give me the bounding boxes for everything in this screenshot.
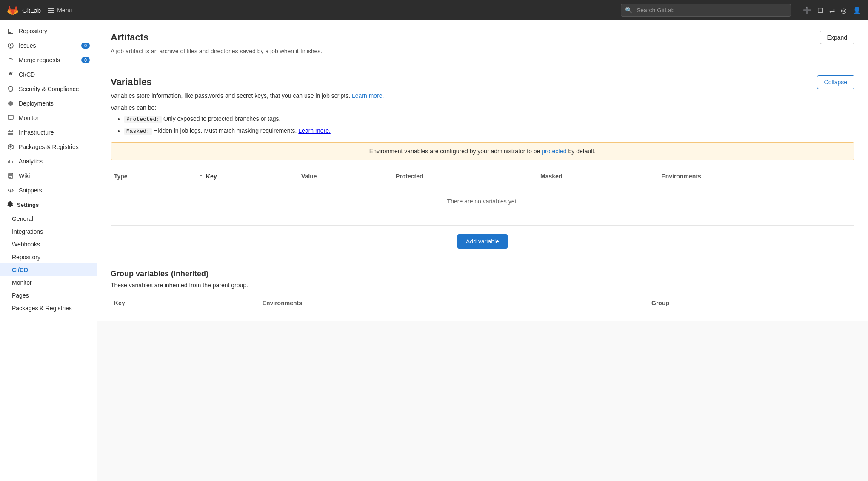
- navbar-brand[interactable]: GitLab: [7, 4, 41, 16]
- learn-more-link-1[interactable]: Learn more.: [352, 92, 384, 99]
- sidebar-sub-cicd[interactable]: CI/CD: [0, 263, 97, 276]
- profile-icon[interactable]: 👤: [853, 6, 861, 14]
- group-variables-section: Group variables (inherited) These variab…: [111, 259, 854, 311]
- group-variables-title: Group variables (inherited): [111, 269, 854, 278]
- sidebar-item-cicd[interactable]: CI/CD: [0, 67, 97, 82]
- svg-rect-1: [10, 44, 11, 46]
- sidebar-item-deployments[interactable]: Deployments: [0, 96, 97, 111]
- sidebar-item-repository[interactable]: Repository: [0, 24, 97, 38]
- svg-rect-3: [8, 115, 13, 119]
- issues-badge: 0: [81, 43, 90, 49]
- snippets-icon: [7, 186, 14, 194]
- sidebar-item-packages[interactable]: Packages & Registries: [0, 140, 97, 154]
- group-col-environments[interactable]: Environments: [259, 295, 648, 311]
- variables-can-be: Variables can be:: [111, 104, 854, 111]
- col-value[interactable]: Value: [298, 169, 392, 184]
- variables-title: Variables: [111, 77, 152, 88]
- masked-code: Masked:: [124, 128, 152, 135]
- sidebar-label-infrastructure: Infrastructure: [19, 129, 54, 136]
- sidebar-sub-webhooks[interactable]: Webhooks: [0, 238, 97, 251]
- main-content: Artifacts Expand A job artifact is an ar…: [97, 20, 868, 481]
- sidebar-label-cicd: CI/CD: [19, 71, 35, 78]
- deploy-icon: [7, 100, 14, 107]
- collapse-button[interactable]: Collapse: [817, 75, 854, 89]
- protected-code: Protected:: [124, 116, 162, 123]
- issues-icon: [7, 42, 14, 49]
- repo-icon: [7, 27, 14, 35]
- navbar-actions: ➕ ☐ ⇄ ◎ 👤: [803, 6, 861, 14]
- sidebar-label-snippets: Snippets: [19, 187, 42, 194]
- menu-button[interactable]: Menu: [48, 7, 72, 14]
- empty-variables-row: There are no variables yet.: [111, 184, 854, 219]
- artifacts-title: Artifacts: [111, 32, 148, 43]
- group-col-key[interactable]: Key: [111, 295, 259, 311]
- sidebar-label-monitor: Monitor: [19, 115, 39, 121]
- col-environments[interactable]: Environments: [658, 169, 854, 184]
- col-key[interactable]: ↑ Key: [196, 169, 298, 184]
- sidebar-item-monitor[interactable]: Monitor: [0, 111, 97, 125]
- sidebar-label-security: Security & Compliance: [19, 86, 79, 92]
- sidebar-item-wiki[interactable]: Wiki: [0, 169, 97, 183]
- col-protected[interactable]: Protected: [392, 169, 537, 184]
- sidebar-item-security[interactable]: Security & Compliance: [0, 82, 97, 96]
- sidebar-item-infrastructure[interactable]: Infrastructure: [0, 125, 97, 140]
- sidebar-label-packages: Packages & Registries: [19, 143, 79, 150]
- sidebar-sub-repository[interactable]: Repository: [0, 251, 97, 263]
- group-col-group[interactable]: Group: [648, 295, 854, 311]
- search-bar[interactable]: 🔍: [621, 4, 791, 17]
- protected-link[interactable]: protected: [542, 148, 566, 155]
- col-masked[interactable]: Masked: [537, 169, 658, 184]
- todo-icon[interactable]: ☐: [817, 6, 823, 14]
- sidebar-sub-monitor[interactable]: Monitor: [0, 276, 97, 289]
- merge-request-icon[interactable]: ⇄: [829, 6, 835, 14]
- settings-icon: [7, 201, 14, 209]
- sidebar-sub-pages[interactable]: Pages: [0, 289, 97, 302]
- sidebar-label-issues: Issues: [19, 42, 36, 49]
- sidebar-label-deployments: Deployments: [19, 100, 54, 107]
- empty-message: There are no variables yet.: [111, 184, 854, 219]
- sidebar-sub-general[interactable]: General: [0, 212, 97, 225]
- expand-button[interactable]: Expand: [820, 31, 854, 44]
- sidebar-label-merge-requests: Merge requests: [19, 57, 60, 63]
- warning-text-after: by default.: [568, 148, 596, 155]
- settings-label: Settings: [17, 202, 39, 208]
- add-variable-container: Add variable: [111, 225, 854, 249]
- sidebar-item-settings[interactable]: Settings: [0, 198, 97, 212]
- sidebar-item-snippets[interactable]: Snippets: [0, 183, 97, 198]
- bullet-protected: Protected: Only exposed to protected bra…: [124, 115, 854, 124]
- mr-badge: 0: [81, 57, 90, 63]
- sidebar-item-merge-requests[interactable]: Merge requests 0: [0, 53, 97, 67]
- wiki-icon: [7, 172, 14, 180]
- group-variables-desc: These variables are inherited from the p…: [111, 282, 854, 289]
- monitor-icon: [7, 114, 14, 122]
- variables-bullets: Protected: Only exposed to protected bra…: [111, 115, 854, 135]
- infra-icon: [7, 129, 14, 136]
- search-input[interactable]: [621, 4, 791, 17]
- sidebar-sub-packages[interactable]: Packages & Registries: [0, 302, 97, 315]
- learn-more-link-2[interactable]: Learn more.: [298, 127, 330, 134]
- add-variable-button[interactable]: Add variable: [457, 234, 508, 249]
- hamburger-icon: [48, 8, 54, 13]
- issues-icon[interactable]: ◎: [841, 6, 847, 14]
- settings-sub-menu: General Integrations Webhooks Repository…: [0, 212, 97, 315]
- variables-section: Variables Collapse Variables store infor…: [111, 75, 854, 311]
- sidebar-sub-integrations[interactable]: Integrations: [0, 225, 97, 238]
- sidebar-item-issues[interactable]: Issues 0: [0, 38, 97, 53]
- artifacts-description: A job artifact is an archive of files an…: [111, 48, 854, 54]
- analytics-icon: [7, 157, 14, 165]
- sidebar-item-analytics[interactable]: Analytics: [0, 154, 97, 169]
- warning-banner: Environment variables are configured by …: [111, 142, 854, 160]
- artifacts-section-header: Artifacts Expand: [111, 31, 854, 44]
- masked-text: Hidden in job logs. Must match masking r…: [154, 127, 297, 134]
- menu-label: Menu: [57, 7, 72, 14]
- search-icon: 🔍: [625, 7, 632, 14]
- app-body: Repository Issues 0 Merge requests 0 CI/…: [0, 20, 868, 481]
- col-type[interactable]: Type: [111, 169, 196, 184]
- variables-section-header: Variables Collapse: [111, 75, 854, 89]
- create-icon[interactable]: ➕: [803, 6, 811, 14]
- sidebar-label-wiki: Wiki: [19, 172, 30, 179]
- packages-icon: [7, 143, 14, 151]
- svg-rect-2: [10, 47, 11, 48]
- cicd-icon: [7, 71, 14, 78]
- variables-description: Variables store information, like passwo…: [111, 92, 854, 99]
